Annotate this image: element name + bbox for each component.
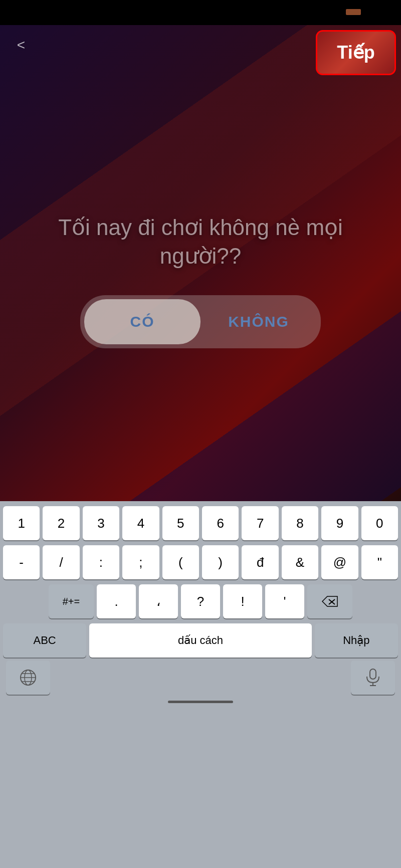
abc-key[interactable]: ABC (3, 623, 86, 658)
keyboard-spacer (50, 661, 351, 695)
next-button[interactable]: Tiếp (316, 30, 396, 75)
key-ampersand[interactable]: & (282, 545, 318, 579)
key-colon[interactable]: : (83, 545, 119, 579)
key-slash[interactable]: / (43, 545, 79, 579)
keyboard-row-punctuation: #+= . ، ? ! ' (3, 584, 398, 618)
key-exclaim[interactable]: ! (223, 584, 262, 618)
question-text: Tối nay đi chơi không nè mọi người?? (0, 213, 401, 270)
choice-yes-button[interactable]: CÓ (84, 299, 200, 344)
space-key[interactable]: dấu cách (89, 623, 311, 658)
key-at[interactable]: @ (321, 545, 358, 579)
choice-no-button[interactable]: KHÔNG (200, 299, 317, 344)
key-semicolon[interactable]: ; (122, 545, 159, 579)
keyboard-row-bottom: ABC dấu cách Nhập (3, 623, 398, 658)
app-screen: < Tiếp Tối nay đi chơi không nè mọi ngườ… (0, 25, 401, 526)
key-rparen[interactable]: ) (202, 545, 239, 579)
key-period[interactable]: . (97, 584, 136, 618)
key-comma[interactable]: ، (139, 584, 178, 618)
enter-key[interactable]: Nhập (315, 623, 398, 658)
key-quote[interactable]: " (361, 545, 398, 579)
back-button[interactable]: < (10, 34, 32, 56)
svg-rect-7 (370, 669, 376, 679)
key-apostrophe[interactable]: ' (265, 584, 304, 618)
globe-key[interactable] (6, 661, 50, 695)
key-lparen[interactable]: ( (162, 545, 199, 579)
status-indicator (346, 9, 361, 15)
key-dash[interactable]: - (3, 545, 40, 579)
key-question[interactable]: ? (181, 584, 220, 618)
keyboard-row-extras (3, 661, 398, 695)
key-d-stroke[interactable]: đ (242, 545, 278, 579)
home-indicator (168, 701, 233, 703)
key-special[interactable]: #+= (49, 584, 94, 618)
content-area: Tối nay đi chơi không nè mọi người?? CÓ … (0, 85, 401, 526)
mic-key[interactable] (351, 661, 395, 695)
keyboard: 1 2 3 4 5 6 7 8 9 0 - / : ; ( ) đ & @ " … (0, 501, 401, 868)
status-bar (0, 0, 401, 25)
microphone-icon (365, 669, 380, 687)
keyboard-row-symbols: - / : ; ( ) đ & @ " (3, 545, 398, 579)
backspace-icon (322, 596, 338, 607)
backspace-key[interactable] (307, 584, 352, 618)
choices-container: CÓ KHÔNG (80, 295, 321, 348)
header: < Tiếp (0, 25, 401, 65)
globe-icon (19, 669, 37, 687)
